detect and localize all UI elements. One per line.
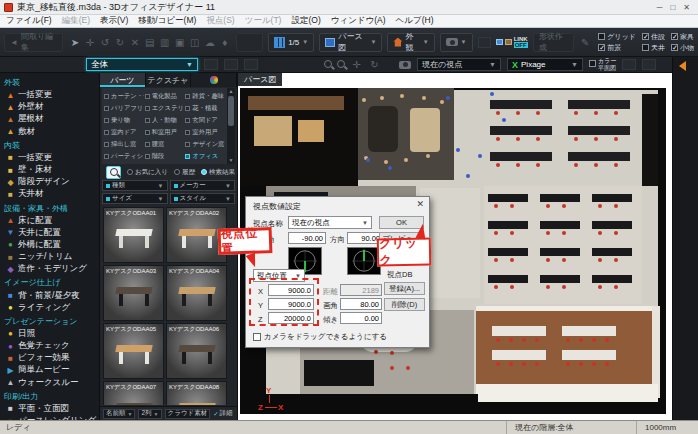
tab-texture[interactable]: テクスチャ [146,73,192,87]
viewpoint-name-select[interactable]: 現在の視点▼ [288,216,372,229]
part-thumbnail[interactable]: KYデスクODAA01 [103,207,164,263]
sidebar-item[interactable]: ■背・前景/昼夕夜 [2,289,99,301]
checkbox-icon[interactable] [253,333,261,341]
dialog-close-icon[interactable]: ✕ [416,199,424,209]
sidebar-item[interactable]: ▼天井に配置 [2,227,99,239]
sidebar-item[interactable]: ▶簡単ムービー [2,364,99,376]
cloud-material-button[interactable]: クラウド素材 [165,409,211,419]
category-item[interactable]: カーテン・ラグ [104,90,144,102]
exterior-view-button[interactable]: 外観▼ [387,33,434,52]
camera-drag-checkbox[interactable]: カメラをドラッグできるようにする [253,332,387,342]
pan-icon[interactable]: ✛ [350,60,363,70]
category-scrollbar[interactable]: ▲▼ [227,88,235,164]
filter-radio[interactable]: お気に入り [127,168,168,177]
sidebar-item[interactable]: ●日照 [2,328,99,340]
filter-dropdown[interactable]: 種類 ▼ [102,180,168,191]
part-thumbnail[interactable]: KYデスクODAA06 [166,323,227,379]
filter-radio[interactable]: 検索結果 [201,168,235,177]
checkbox-icon[interactable] [104,106,109,111]
sort-order-select[interactable]: 名前順▼ [103,409,135,419]
category-item[interactable]: 階段 [145,150,185,162]
checkbox-icon[interactable] [104,142,109,147]
checkbox-icon[interactable] [185,106,190,111]
zoom-out-icon[interactable] [337,60,345,68]
category-item[interactable]: 花・植栽 [185,102,225,114]
menu-item[interactable]: 視点(S) [206,15,234,27]
category-item[interactable]: 室内ドア [104,126,144,138]
checkbox-icon[interactable] [185,142,190,147]
part-thumbnail[interactable]: KYデスクODAA08 [166,381,227,405]
part-thumbnail[interactable]: KYデスクODAA04 [166,265,227,321]
menu-item[interactable]: 表示(V) [100,15,128,27]
pixage-select[interactable]: XPixage▼ [507,58,583,71]
maximize-button[interactable]: □ [670,3,675,12]
filter-dropdown[interactable]: サイズ ▼ [102,193,168,204]
category-item[interactable]: 和室用戸 [145,126,185,138]
category-item[interactable]: オフィス [185,150,225,162]
close-button[interactable]: ✕ [683,3,690,12]
category-item[interactable]: 掃出し窓 [104,138,144,150]
checkbox-icon[interactable] [185,130,190,135]
category-item[interactable]: 室外用戸 [185,126,225,138]
camera-preset-button[interactable]: ▼ [440,33,473,52]
part-thumbnail[interactable]: KYデスクODAA05 [103,323,164,379]
checkbox-icon[interactable] [589,60,596,67]
radio-icon[interactable] [201,169,207,175]
checkbox-icon[interactable] [145,94,150,99]
sidebar-item[interactable]: ■ビフォー効果 [2,352,99,364]
menu-item[interactable]: ツール(T) [245,15,282,27]
current-viewpoint-select[interactable]: 現在の視点▼ [417,58,501,71]
category-item[interactable]: デザイン窓 [185,138,225,150]
register-button[interactable]: 登録(A)... [384,282,425,295]
part-thumbnail[interactable]: KYデスクODAA03 [103,265,164,321]
display-toggle[interactable]: グリッド [598,31,636,42]
display-toggle[interactable]: ✓ 家具 [671,31,694,42]
radio-icon[interactable] [174,169,180,175]
checkbox-icon[interactable]: ✓ [671,33,678,40]
tab-color[interactable] [191,73,237,87]
back-to-layout-button[interactable]: ◄間取り編集 [4,33,63,52]
direction-dial[interactable] [347,247,381,275]
sidebar-item[interactable]: ■天井材 [2,188,99,200]
checkbox-icon[interactable] [185,118,190,123]
checkbox-icon[interactable]: ✓ [598,44,605,51]
category-item[interactable]: 腰窓 [145,138,185,150]
sidebar-item[interactable]: ▲屋根材 [2,113,99,125]
sidebar-item[interactable]: ▲外壁材 [2,101,99,113]
rotate-view-icon[interactable]: ↻ [368,60,381,70]
sidebar-item[interactable]: ●外構に配置 [2,239,99,251]
viewport-tab[interactable]: パース図 [238,73,282,86]
menu-item[interactable]: ファイル(F) [6,15,52,27]
filter-dropdown[interactable]: メーカー ▼ [170,180,236,191]
category-item[interactable]: 雑貨・趣味 [185,90,225,102]
menu-item[interactable]: 編集(E) [62,15,90,27]
checkbox-icon[interactable] [104,94,109,99]
sidebar-item[interactable]: ▲一括変更 [2,89,99,101]
checkbox-icon[interactable] [145,118,150,123]
checkbox-icon[interactable] [642,44,649,51]
checkbox-icon[interactable] [145,142,150,147]
category-item[interactable]: バリアフリー [104,102,144,114]
filter-radio[interactable]: 履歴 [174,168,195,177]
grid-scale-button[interactable]: 1/5▼ [268,33,314,52]
menu-item[interactable]: ウィンドウ(A) [331,15,386,27]
perspective-view-button[interactable]: パース図▼ [319,33,382,52]
view-off-button[interactable] [236,33,263,52]
panel-expand-arrow-icon[interactable] [679,61,686,71]
zoom-in-icon[interactable] [324,60,332,68]
category-item[interactable]: 電化製品 [145,90,185,102]
delete-button[interactable]: 削除(D) [384,298,425,311]
sidebar-item[interactable]: ■壁・床材 [2,164,99,176]
checkbox-icon[interactable] [185,154,190,159]
checkbox-icon[interactable] [104,130,109,135]
color-plan-checkbox[interactable]: カラー平面図 [589,58,616,71]
checkbox-icon[interactable] [104,118,109,123]
link-off-button[interactable]: LINKOFF [496,36,528,48]
display-toggle[interactable]: ✓ 小物 [671,42,694,53]
detail-checkbox[interactable]: ✓詳細 [213,409,232,418]
search-button[interactable] [106,166,121,179]
category-item[interactable]: 人・動物 [145,114,185,126]
sidebar-item[interactable]: ■一括変更 [2,152,99,164]
sidebar-item[interactable]: ■ニッチ/トリム [2,251,99,263]
sidebar-item[interactable]: ▲敷材 [2,126,99,138]
